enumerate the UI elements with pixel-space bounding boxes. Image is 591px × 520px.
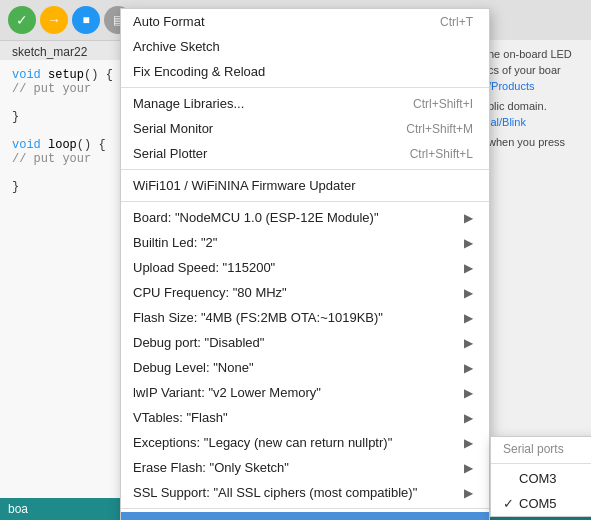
- arrow-icon-board: ▶: [464, 211, 473, 225]
- menu-divider-1: [121, 87, 489, 88]
- check-icon-com3: [503, 471, 519, 486]
- arrow-icon-speed: ▶: [464, 261, 473, 275]
- menu-item-vtables[interactable]: VTables: "Flash" ▶: [121, 405, 489, 430]
- arrow-icon-debug-port: ▶: [464, 336, 473, 350]
- submenu-item-com3[interactable]: COM3: [491, 466, 591, 491]
- tab-label: sketch_mar22: [12, 45, 87, 59]
- submenu-header: Serial ports: [491, 437, 591, 461]
- menu-item-flash-size[interactable]: Flash Size: "4MB (FS:2MB OTA:~1019KB)" ▶: [121, 305, 489, 330]
- menu-item-lwip[interactable]: lwIP Variant: "v2 Lower Memory" ▶: [121, 380, 489, 405]
- menu-item-port[interactable]: Port: "COM5" ▶: [121, 512, 489, 520]
- menu-item-auto-format[interactable]: Auto Format Ctrl+T: [121, 9, 489, 34]
- menu-divider-4: [121, 508, 489, 509]
- menu-item-serial-monitor[interactable]: Serial Monitor Ctrl+Shift+M: [121, 116, 489, 141]
- menu-item-exceptions[interactable]: Exceptions: "Legacy (new can return null…: [121, 430, 489, 455]
- submenu-divider: [491, 463, 591, 464]
- arrow-icon-erase: ▶: [464, 461, 473, 475]
- menu-item-board[interactable]: Board: "NodeMCU 1.0 (ESP-12E Module)" ▶: [121, 205, 489, 230]
- menu-divider-3: [121, 201, 489, 202]
- status-text: boa: [8, 502, 28, 516]
- arrow-icon-flash: ▶: [464, 311, 473, 325]
- menu-item-wifi-updater[interactable]: WiFi101 / WiFiNINA Firmware Updater: [121, 173, 489, 198]
- right-text-2: cs of your boar: [488, 64, 583, 76]
- right-link-2[interactable]: ial/Blink: [488, 116, 583, 128]
- menu-divider-2: [121, 169, 489, 170]
- menu-item-debug-level[interactable]: Debug Level: "None" ▶: [121, 355, 489, 380]
- arrow-icon-lwip: ▶: [464, 386, 473, 400]
- menu-item-debug-port[interactable]: Debug port: "Disabled" ▶: [121, 330, 489, 355]
- arrow-icon-led: ▶: [464, 236, 473, 250]
- check-icon-com5: ✓: [503, 496, 519, 511]
- right-text-3: blic domain.: [488, 100, 583, 112]
- menu-item-erase-flash[interactable]: Erase Flash: "Only Sketch" ▶: [121, 455, 489, 480]
- right-link-1[interactable]: /Products: [488, 80, 583, 92]
- menu-item-upload-speed[interactable]: Upload Speed: "115200" ▶: [121, 255, 489, 280]
- arrow-icon-vtables: ▶: [464, 411, 473, 425]
- right-text-1: he on-board LED: [488, 48, 583, 60]
- right-text-4: when you press: [488, 136, 583, 148]
- menu-item-fix-encoding[interactable]: Fix Encoding & Reload: [121, 59, 489, 84]
- arrow-icon-exceptions: ▶: [464, 436, 473, 450]
- port-submenu: Serial ports COM3 ✓ COM5: [490, 436, 591, 517]
- menu-item-builtin-led[interactable]: Builtin Led: "2" ▶: [121, 230, 489, 255]
- debug-button[interactable]: ■: [72, 6, 100, 34]
- verify-button[interactable]: ✓: [8, 6, 36, 34]
- menu-item-serial-plotter[interactable]: Serial Plotter Ctrl+Shift+L: [121, 141, 489, 166]
- menu-item-archive-sketch[interactable]: Archive Sketch: [121, 34, 489, 59]
- menu-item-cpu-freq[interactable]: CPU Frequency: "80 MHz" ▶: [121, 280, 489, 305]
- upload-button[interactable]: →: [40, 6, 68, 34]
- menu-item-ssl-support[interactable]: SSL Support: "All SSL ciphers (most comp…: [121, 480, 489, 505]
- arrow-icon-ssl: ▶: [464, 486, 473, 500]
- arrow-icon-cpu: ▶: [464, 286, 473, 300]
- submenu-item-com5[interactable]: ✓ COM5: [491, 491, 591, 516]
- arrow-icon-debug-level: ▶: [464, 361, 473, 375]
- tools-dropdown-menu: Auto Format Ctrl+T Archive Sketch Fix En…: [120, 8, 490, 520]
- menu-item-manage-libraries[interactable]: Manage Libraries... Ctrl+Shift+I: [121, 91, 489, 116]
